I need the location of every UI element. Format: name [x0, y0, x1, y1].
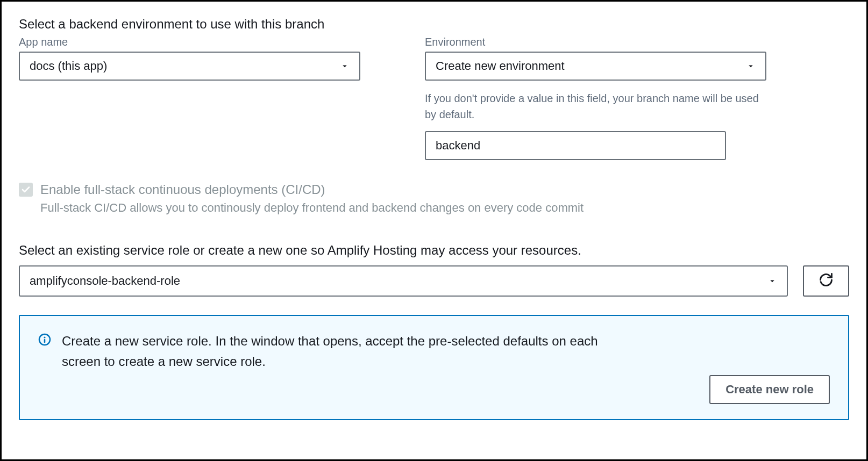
environment-helper-text: If you don't provide a value in this fie… — [425, 90, 766, 123]
environment-value: Create new environment — [436, 59, 565, 73]
svg-rect-2 — [44, 339, 46, 343]
info-icon — [38, 333, 51, 348]
section-title: Select a backend environment to use with… — [19, 17, 849, 32]
svg-point-1 — [44, 336, 45, 338]
info-content: Create a new service role. In the window… — [38, 331, 830, 372]
environment-label: Environment — [425, 36, 766, 48]
app-name-value: docs (this app) — [30, 59, 107, 73]
cicd-labels: Enable full-stack continuous deployments… — [40, 181, 584, 215]
cicd-title: Enable full-stack continuous deployments… — [40, 181, 584, 199]
form-row: App name docs (this app) Environment Cre… — [19, 36, 849, 160]
service-role-row: amplifyconsole-backend-role — [19, 265, 849, 297]
create-new-role-button[interactable]: Create new role — [709, 375, 830, 404]
info-button-row: Create new role — [38, 375, 830, 404]
caret-down-icon — [340, 61, 350, 71]
info-box: Create a new service role. In the window… — [19, 315, 849, 421]
service-role-label: Select an existing service role or creat… — [19, 243, 849, 258]
service-role-select[interactable]: amplifyconsole-backend-role — [19, 265, 788, 297]
refresh-button[interactable] — [803, 265, 849, 297]
cicd-description: Full-stack CI/CD allows you to continous… — [40, 201, 584, 215]
cicd-checkbox[interactable] — [19, 183, 33, 197]
environment-select[interactable]: Create new environment — [425, 52, 766, 81]
environment-name-input[interactable] — [425, 131, 726, 160]
caret-down-icon — [746, 61, 756, 71]
info-text: Create a new service role. In the window… — [62, 331, 610, 372]
cicd-checkbox-row: Enable full-stack continuous deployments… — [19, 181, 849, 215]
environment-column: Environment Create new environment If yo… — [425, 36, 766, 160]
refresh-icon — [819, 272, 834, 290]
app-name-select[interactable]: docs (this app) — [19, 52, 360, 81]
backend-environment-panel: Select a backend environment to use with… — [0, 0, 868, 461]
service-role-value: amplifyconsole-backend-role — [30, 274, 180, 288]
app-name-column: App name docs (this app) — [19, 36, 360, 160]
caret-down-icon — [767, 276, 777, 286]
app-name-label: App name — [19, 36, 360, 48]
